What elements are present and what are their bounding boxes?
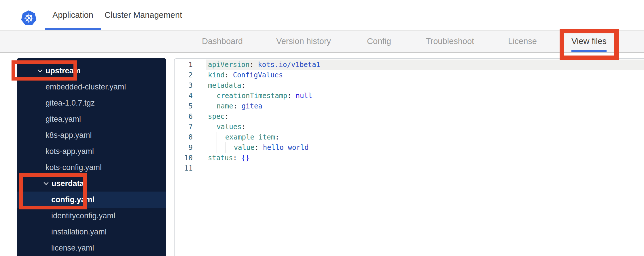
token-key: value bbox=[234, 144, 255, 152]
line-number: 9 bbox=[175, 142, 206, 153]
tree-item-label: identityconfig.yaml bbox=[51, 211, 115, 220]
nav-item-license[interactable]: License bbox=[508, 30, 537, 52]
token-punct: : bbox=[225, 71, 229, 79]
code-line-10: 10status: {} bbox=[175, 153, 644, 163]
token-key: status bbox=[208, 154, 233, 162]
tree-file-embedded-cluster-yaml[interactable]: embedded-cluster.yaml bbox=[17, 79, 166, 95]
code-text: metadata: bbox=[206, 80, 644, 91]
code-line-6: 6spec: bbox=[175, 111, 644, 122]
code-text: status: {} bbox=[206, 153, 644, 163]
token-key: values bbox=[217, 123, 242, 131]
tree-file-config-yaml[interactable]: config.yaml bbox=[17, 192, 166, 208]
tree-item-label: kots-config.yaml bbox=[46, 163, 102, 172]
file-viewer-editor[interactable]: 1apiVersion: kots.io/v1beta12kind: Confi… bbox=[174, 58, 644, 256]
nav-item-version-history[interactable]: Version history bbox=[276, 30, 331, 52]
tree-file-k8s-app-yaml[interactable]: k8s-app.yaml bbox=[17, 127, 166, 143]
token-value: hello world bbox=[259, 144, 308, 152]
line-number: 10 bbox=[175, 153, 206, 163]
indent-guide bbox=[217, 132, 225, 142]
code-line-2: 2kind: ConfigValues bbox=[175, 70, 644, 80]
code-text: kind: ConfigValues bbox=[206, 70, 644, 80]
tree-item-label: embedded-cluster.yaml bbox=[46, 83, 126, 91]
tree-folder-upstream[interactable]: upstream bbox=[17, 63, 166, 79]
code-line-4: 4creationTimestamp: null bbox=[175, 91, 644, 101]
tree-file-identityconfig-yaml[interactable]: identityconfig.yaml bbox=[17, 208, 166, 224]
tree-file-kots-app-yaml[interactable]: kots-app.yaml bbox=[17, 143, 166, 159]
indent-guide bbox=[208, 91, 217, 101]
indent-guide bbox=[217, 142, 225, 153]
tree-file-gitea-1-0-7-tgz[interactable]: gitea-1.0.7.tgz bbox=[17, 95, 166, 111]
nav-item-label: Version history bbox=[276, 37, 331, 46]
nav-item-label: View files bbox=[571, 37, 607, 46]
token-key: spec bbox=[208, 112, 225, 121]
tree-file-installation-yaml[interactable]: installation.yaml bbox=[17, 224, 166, 240]
tree-item-label: installation.yaml bbox=[51, 228, 107, 236]
token-punct: : bbox=[287, 92, 291, 100]
token-key: creationTimestamp bbox=[217, 92, 287, 100]
nav-item-troubleshoot[interactable]: Troubleshoot bbox=[426, 30, 474, 52]
token-constant: null bbox=[296, 92, 312, 100]
code-line-8: 8example_item: bbox=[175, 132, 644, 142]
tree-item-label: config.yaml bbox=[51, 195, 94, 204]
line-number: 2 bbox=[175, 70, 206, 80]
nav-item-label: Troubleshoot bbox=[426, 37, 474, 46]
token-key: metadata bbox=[208, 81, 241, 89]
code-line-7: 7values: bbox=[175, 122, 644, 132]
tree-file-gitea-yaml[interactable]: gitea.yaml bbox=[17, 111, 166, 127]
token-punct bbox=[291, 92, 296, 100]
tree-folder-userdata[interactable]: userdata bbox=[17, 175, 166, 192]
tree-item-label: gitea.yaml bbox=[46, 115, 81, 124]
code-line-5: 5name: gitea bbox=[175, 101, 644, 111]
chevron-down-icon bbox=[43, 182, 49, 185]
code-text: spec: bbox=[206, 111, 644, 122]
token-punct bbox=[237, 154, 241, 162]
code-line-1: 1apiVersion: kots.io/v1beta1 bbox=[175, 60, 644, 70]
header-tab-label: Cluster Management bbox=[105, 10, 182, 20]
header-tab-application[interactable]: Application bbox=[45, 0, 101, 30]
line-number: 7 bbox=[175, 122, 206, 132]
nav-item-view-files[interactable]: View files bbox=[571, 30, 607, 52]
tree-item-label: gitea-1.0.7.tgz bbox=[46, 99, 95, 108]
indent-guide bbox=[225, 142, 234, 153]
indent-guide bbox=[208, 132, 217, 142]
token-value: ConfigValues bbox=[229, 71, 283, 79]
code-text: values: bbox=[206, 122, 644, 132]
token-key: apiVersion bbox=[208, 61, 250, 69]
indent-guide bbox=[208, 142, 217, 153]
token-constant: {} bbox=[241, 154, 250, 162]
token-punct: : bbox=[242, 123, 246, 131]
app-header: ApplicationCluster Management bbox=[0, 0, 644, 30]
tree-item-label: kots-app.yaml bbox=[46, 147, 94, 156]
active-tab-underline bbox=[45, 28, 101, 30]
kots-admin-console: ApplicationCluster Management DashboardV… bbox=[0, 0, 644, 256]
token-punct: : bbox=[241, 81, 245, 89]
tree-file-kots-config-yaml[interactable]: kots-config.yaml bbox=[17, 159, 166, 175]
code-line-11: 11 bbox=[175, 163, 644, 173]
code-line-3: 3metadata: bbox=[175, 80, 644, 91]
nav-item-label: Config bbox=[367, 37, 391, 46]
tree-item-label: license.yaml bbox=[51, 244, 94, 253]
app-subnav: DashboardVersion historyConfigTroublesho… bbox=[0, 30, 644, 53]
header-tab-label: Application bbox=[52, 10, 93, 20]
tree-item-label: k8s-app.yaml bbox=[46, 131, 92, 140]
indent-guide bbox=[208, 101, 217, 111]
code-text: apiVersion: kots.io/v1beta1 bbox=[206, 60, 644, 70]
nav-item-label: License bbox=[508, 37, 537, 46]
indent-guide bbox=[208, 122, 217, 132]
nav-item-config[interactable]: Config bbox=[367, 30, 391, 52]
token-key: name bbox=[217, 102, 233, 110]
line-number: 5 bbox=[175, 101, 206, 111]
tree-file-license-yaml[interactable]: license.yaml bbox=[17, 240, 166, 256]
file-tree-panel: upstreamembedded-cluster.yamlgitea-1.0.7… bbox=[17, 58, 166, 256]
nav-item-dashboard[interactable]: Dashboard bbox=[202, 30, 243, 52]
code-text bbox=[206, 163, 644, 173]
header-tab-cluster-management[interactable]: Cluster Management bbox=[97, 0, 190, 30]
chevron-down-icon bbox=[37, 69, 43, 72]
line-number: 11 bbox=[175, 163, 206, 173]
line-number: 8 bbox=[175, 132, 206, 142]
token-punct: : bbox=[233, 102, 237, 110]
code-line-9: 9value: hello world bbox=[175, 142, 644, 153]
token-key: example_item bbox=[225, 133, 275, 141]
token-punct: : bbox=[275, 133, 279, 141]
tree-item-label: userdata bbox=[52, 179, 84, 188]
